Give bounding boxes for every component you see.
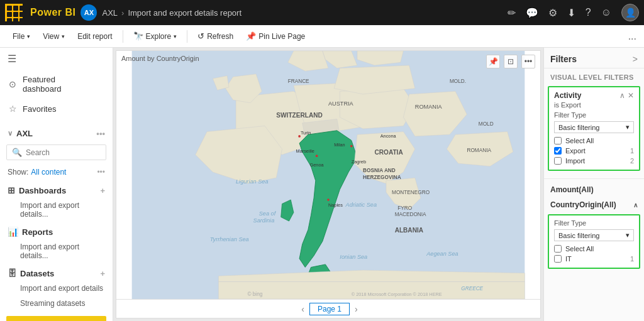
refresh-label: Refresh	[207, 32, 233, 41]
svg-text:Marseille: Marseille	[296, 148, 314, 154]
focus-button[interactable]: ⊡	[504, 55, 518, 68]
sidebar-item-report-sub[interactable]: Import and export details...	[0, 239, 113, 263]
svg-text:MOLD: MOLD	[479, 121, 494, 127]
activity-select-all-checkbox[interactable]	[554, 137, 562, 144]
country-it-checkbox[interactable]	[554, 255, 562, 263]
activity-filter-header: Activity ∧ ✕	[554, 91, 634, 100]
get-data-button[interactable]: ⇗ Get Data	[6, 316, 106, 321]
content-area: 📌 ⊡ ••• Amount by CountryOrigin	[113, 48, 543, 321]
file-label: File	[13, 32, 25, 41]
page-tab-1[interactable]: Page 1	[309, 303, 350, 315]
datasets-add[interactable]: +	[100, 269, 105, 278]
map-svg: SWITZERLAND AUSTRIA ROMANIA CROATIA BOSN…	[116, 51, 540, 299]
waffle-icon[interactable]	[5, 4, 23, 21]
show-value[interactable]: All content	[31, 168, 66, 177]
datasets-label: Datasets	[20, 269, 54, 278]
country-it-count: 1	[630, 255, 634, 263]
user-avatar[interactable]: 👤	[621, 4, 639, 21]
svg-text:AUSTRIA: AUSTRIA	[328, 101, 354, 107]
search-box: 🔍	[6, 144, 106, 160]
country-filter-header[interactable]: CountryOrigin(All) ∧	[544, 198, 644, 212]
refresh-button[interactable]: ↺ Refresh	[192, 29, 238, 43]
dashboards-label: Dashboards	[19, 186, 66, 195]
show-row: Show: All content •••	[0, 164, 113, 180]
country-it-label: IT	[565, 255, 626, 263]
filters-title: Filters	[550, 54, 633, 64]
country-select-all-label: Select All	[565, 245, 634, 253]
country-filter-label: CountryOrigin(All)	[550, 200, 616, 209]
activity-filter-clear[interactable]: ✕	[628, 91, 634, 100]
sidebar-item-featured[interactable]: ⊙ Featured dashboard •••	[0, 70, 113, 99]
main-layout: ☰ ⊙ Featured dashboard ••• ☆ Favorites ∨…	[0, 48, 644, 321]
svg-text:Ionian Sea: Ionian Sea	[340, 254, 367, 260]
pin-button[interactable]: 📌	[486, 55, 500, 68]
activity-export-count: 1	[630, 147, 634, 155]
sidebar-collapse-button[interactable]: ☰	[0, 48, 113, 70]
top-bar: Power BI AX AXL › Import and export deta…	[0, 0, 644, 25]
comment-icon[interactable]: 💬	[526, 7, 538, 19]
toolbar-more-button[interactable]: ...	[628, 31, 636, 42]
activity-filter-type-dropdown[interactable]: Basic filtering ▾	[554, 121, 634, 133]
sidebar-section-dashboards[interactable]: ⊞ Dashboards +	[0, 180, 113, 198]
explore-label: Explore	[146, 32, 172, 41]
svg-text:CROATIA: CROATIA	[374, 149, 403, 156]
file-button[interactable]: File ▾	[8, 30, 35, 43]
filters-expand-button[interactable]: >	[633, 54, 638, 64]
country-it-row: IT 1	[554, 254, 634, 264]
help-icon[interactable]: ?	[586, 7, 591, 18]
activity-import-checkbox[interactable]	[554, 157, 562, 165]
report-sub-label: Import and export details...	[20, 242, 79, 260]
svg-text:Aegean Sea: Aegean Sea	[426, 251, 458, 257]
reports-icon: 📊	[8, 227, 18, 237]
sidebar-item-dataset-sub1[interactable]: Import and export details	[0, 281, 113, 296]
pencil-icon[interactable]: ✏	[508, 7, 516, 19]
sidebar-item-dashboard-sub[interactable]: Import and export details...	[0, 198, 113, 222]
search-input[interactable]	[26, 148, 101, 157]
activity-import-row: Import 2	[554, 156, 634, 166]
explore-button[interactable]: 🔭 Explore ▾	[128, 29, 182, 43]
svg-text:Tyrrhenian Sea: Tyrrhenian Sea	[210, 236, 249, 242]
country-filter-type-dropdown[interactable]: Basic filtering ▾	[554, 229, 634, 241]
dashboards-add[interactable]: +	[100, 186, 105, 195]
favorites-label: Favorites	[23, 104, 105, 114]
more-button[interactable]: •••	[521, 55, 535, 68]
favorites-icon: ☆	[8, 104, 18, 114]
page-next-button[interactable]: ›	[355, 304, 358, 314]
sidebar-item-dataset-sub2[interactable]: Streaming datasets	[0, 296, 113, 311]
edit-report-button[interactable]: Edit report	[72, 30, 117, 43]
svg-text:Sardinia: Sardinia	[253, 217, 275, 224]
sidebar-section-reports[interactable]: 📊 Reports	[0, 222, 113, 239]
activity-export-checkbox[interactable]	[554, 147, 562, 155]
activity-export-row: Export 1	[554, 146, 634, 156]
activity-filter-type-value: Basic filtering	[558, 124, 599, 131]
sidebar-item-favorites[interactable]: ☆ Favorites	[0, 99, 113, 119]
show-dots[interactable]: •••	[97, 168, 105, 177]
country-dropdown-caret: ▾	[626, 231, 630, 239]
download-icon[interactable]: ⬇	[567, 7, 575, 19]
svg-text:Milan: Milan	[334, 142, 345, 148]
sidebar-section-datasets[interactable]: 🗄 Datasets +	[0, 263, 113, 281]
activity-filter-actions: ∧ ✕	[619, 91, 634, 100]
svg-text:Zagreb: Zagreb	[352, 159, 366, 165]
page-nav: ‹ Page 1 ›	[301, 303, 357, 315]
explore-caret: ▾	[174, 33, 177, 40]
settings-icon[interactable]: ⚙	[548, 7, 557, 19]
activity-filter-subtitle: is Export	[554, 101, 634, 109]
section-axl-dots[interactable]: •••	[96, 129, 105, 138]
dataset-sub2-label: Streaming datasets	[20, 299, 85, 308]
svg-text:ALBANIA: ALBANIA	[395, 227, 424, 234]
activity-filter-card: Activity ∧ ✕ is Export Filter Type Basic…	[548, 86, 640, 171]
emoji-icon[interactable]: ☺	[601, 7, 611, 18]
country-select-all-checkbox[interactable]	[554, 245, 562, 253]
activity-filter-collapse[interactable]: ∧	[619, 91, 625, 100]
pin-live-button[interactable]: 📌 Pin Live Page	[241, 29, 310, 43]
svg-text:BOSNIA AND: BOSNIA AND	[363, 168, 396, 173]
view-button[interactable]: View ▾	[38, 30, 70, 43]
page-prev-button[interactable]: ‹	[301, 304, 304, 314]
sidebar-section-axl[interactable]: ∨ AXL •••	[0, 124, 113, 141]
user-avatar-small: AX	[80, 4, 97, 21]
svg-text:MACEDONIA: MACEDONIA	[395, 212, 426, 217]
map-container: SWITZERLAND AUSTRIA ROMANIA CROATIA BOSN…	[116, 51, 540, 299]
edit-report-label: Edit report	[77, 32, 112, 41]
breadcrumb-axl[interactable]: AXL	[102, 8, 118, 18]
